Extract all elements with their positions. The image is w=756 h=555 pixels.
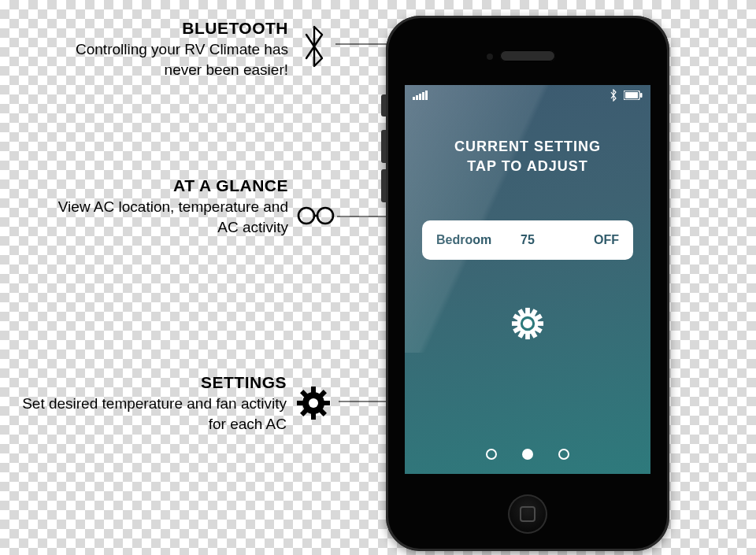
svg-point-2 xyxy=(298,208,314,224)
phone-front-camera xyxy=(487,54,493,60)
svg-point-35 xyxy=(517,313,539,335)
page-dot-2[interactable] xyxy=(558,449,569,460)
svg-rect-24 xyxy=(525,334,530,340)
callout-bluetooth-body: Controlling your RV Climate has never be… xyxy=(44,39,288,80)
battery-icon xyxy=(624,91,643,100)
callout-glance-heading: AT A GLANCE xyxy=(38,175,288,197)
svg-rect-6 xyxy=(311,413,316,420)
svg-rect-18 xyxy=(422,92,424,100)
ac-status-card[interactable]: Bedroom 75 OFF xyxy=(422,220,633,260)
ac-room-label: Bedroom xyxy=(436,233,497,247)
bluetooth-icon xyxy=(296,22,332,74)
glasses-icon xyxy=(296,205,335,230)
callout-glance: AT A GLANCE View AC location, temperatur… xyxy=(38,175,288,238)
svg-rect-19 xyxy=(425,91,428,100)
callout-settings: SETTINGS Set desired temperature and fan… xyxy=(20,372,287,435)
phone-volume-down xyxy=(381,169,386,202)
phone-volume-up xyxy=(381,130,386,163)
header-line-2: TAP TO ADJUST xyxy=(405,157,650,176)
status-bar xyxy=(405,85,650,105)
svg-rect-21 xyxy=(625,92,638,98)
settings-gear-button[interactable] xyxy=(405,307,650,340)
callout-settings-body: Set desired temperature and fan activity… xyxy=(20,394,287,434)
svg-point-14 xyxy=(309,398,318,408)
svg-rect-16 xyxy=(416,95,418,100)
phone-mute-switch xyxy=(381,94,386,117)
phone-speaker xyxy=(500,50,555,61)
svg-point-3 xyxy=(317,208,333,224)
svg-rect-26 xyxy=(537,322,543,327)
svg-rect-8 xyxy=(324,401,330,405)
ac-state-value: OFF xyxy=(558,233,619,247)
screen-header: CURRENT SETTING TAP TO ADJUST xyxy=(405,137,650,176)
svg-rect-7 xyxy=(297,401,303,405)
header-line-1: CURRENT SETTING xyxy=(405,137,650,157)
page-dot-1[interactable] xyxy=(522,449,533,460)
svg-rect-23 xyxy=(525,308,530,314)
svg-rect-25 xyxy=(512,322,518,327)
gear-icon xyxy=(296,386,331,424)
ac-temp-value: 75 xyxy=(497,233,558,247)
callout-settings-heading: SETTINGS xyxy=(20,372,287,394)
bluetooth-status-icon xyxy=(610,89,617,102)
callout-glance-body: View AC location, temperature and AC act… xyxy=(38,197,288,237)
phone-frame: CURRENT SETTING TAP TO ADJUST Bedroom 75… xyxy=(386,16,669,551)
phone-screen: CURRENT SETTING TAP TO ADJUST Bedroom 75… xyxy=(405,85,650,474)
signal-icon xyxy=(413,91,428,100)
svg-rect-22 xyxy=(640,93,643,98)
callout-bluetooth: BLUETOOTH Controlling your RV Climate ha… xyxy=(44,17,288,80)
page-dots[interactable] xyxy=(405,449,650,460)
callout-bluetooth-heading: BLUETOOTH xyxy=(44,17,288,39)
svg-rect-15 xyxy=(413,97,415,100)
svg-rect-17 xyxy=(419,94,421,100)
home-button[interactable] xyxy=(508,494,547,534)
page-dot-0[interactable] xyxy=(486,449,497,460)
svg-rect-5 xyxy=(311,387,316,393)
